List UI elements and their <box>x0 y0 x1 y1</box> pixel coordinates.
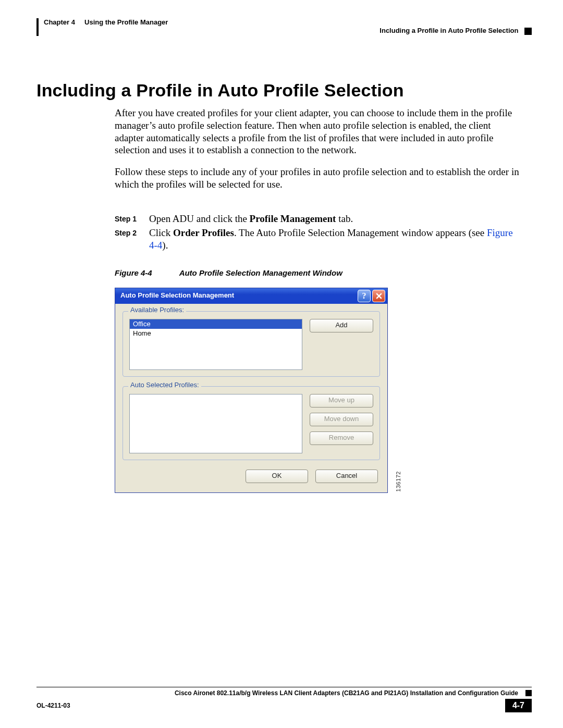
page-footer: Cisco Aironet 802.11a/b/g Wireless LAN C… <box>36 687 532 712</box>
header-square-icon <box>524 28 532 35</box>
step-2-text-c: . The Auto Profile Selection Management … <box>234 227 487 238</box>
step-list: Step 1 Open ADU and click the Profile Ma… <box>115 213 521 252</box>
intro-paragraph-2: Follow these steps to include any of you… <box>115 166 521 191</box>
footer-square-icon <box>525 690 532 696</box>
auto-selected-listbox[interactable] <box>129 394 302 453</box>
close-icon <box>376 293 382 299</box>
dialog-title: Auto Profile Selection Management <box>120 291 234 300</box>
cancel-button[interactable]: Cancel <box>315 470 378 483</box>
ok-button[interactable]: OK <box>246 470 308 483</box>
move-up-button[interactable]: Move up <box>310 394 373 408</box>
footer-doc-code: OL-4211-03 <box>36 702 70 709</box>
footer-doc-title: Cisco Aironet 802.11a/b/g Wireless LAN C… <box>36 689 518 697</box>
step-2-bold: Order Profiles <box>173 227 234 238</box>
auto-selected-profiles-group: Auto Selected Profiles: Move up Move dow… <box>123 386 380 460</box>
step-1-bold: Profile Management <box>250 213 336 224</box>
help-button[interactable]: ? <box>358 290 371 302</box>
available-profiles-listbox[interactable]: Office Home <box>129 319 302 370</box>
figure-number: Figure 4-4 <box>115 268 177 278</box>
figure-caption: Figure 4-4 Auto Profile Selection Manage… <box>115 268 521 278</box>
step-1: Step 1 Open ADU and click the Profile Ma… <box>115 213 521 225</box>
header-chapter-title: Using the Profile Manager <box>84 18 168 26</box>
list-item[interactable]: Office <box>130 319 302 329</box>
page-number: 4-7 <box>505 699 532 712</box>
available-profiles-group: Available Profiles: Office Home Add <box>123 311 380 377</box>
header-section: Including a Profile in Auto Profile Sele… <box>380 27 518 34</box>
step-2-label: Step 2 <box>115 227 142 252</box>
header-chapter-label: Chapter 4 <box>44 18 75 26</box>
figure-caption-text: Auto Profile Selection Management Window <box>179 268 342 277</box>
add-button[interactable]: Add <box>310 319 373 332</box>
auto-profile-dialog: Auto Profile Selection Management ? Avai… <box>115 288 388 493</box>
close-button[interactable] <box>372 290 385 302</box>
intro-paragraph-1: After you have created profiles for your… <box>115 107 521 156</box>
step-1-text-a: Open ADU and click the <box>149 213 250 224</box>
move-down-button[interactable]: Move down <box>310 413 373 426</box>
step-2-text-a: Click <box>149 227 173 238</box>
dialog-titlebar: Auto Profile Selection Management ? <box>115 288 387 304</box>
figure-image-id: 136172 <box>395 471 402 492</box>
remove-button[interactable]: Remove <box>310 431 373 445</box>
figure-image: Auto Profile Selection Management ? Avai… <box>115 288 393 493</box>
available-profiles-legend: Available Profiles: <box>128 306 186 314</box>
auto-selected-legend: Auto Selected Profiles: <box>128 381 201 389</box>
header-bar-icon <box>36 18 39 36</box>
running-header: Chapter 4 Using the Profile Manager Incl… <box>36 18 532 36</box>
list-item[interactable]: Home <box>130 329 302 338</box>
page-title: Including a Profile in Auto Profile Sele… <box>36 80 532 101</box>
step-1-label: Step 1 <box>115 213 142 225</box>
step-1-text-c: tab. <box>336 213 353 224</box>
step-2-text-d: ). <box>162 240 168 251</box>
step-2: Step 2 Click Order Profiles. The Auto Pr… <box>115 227 521 252</box>
